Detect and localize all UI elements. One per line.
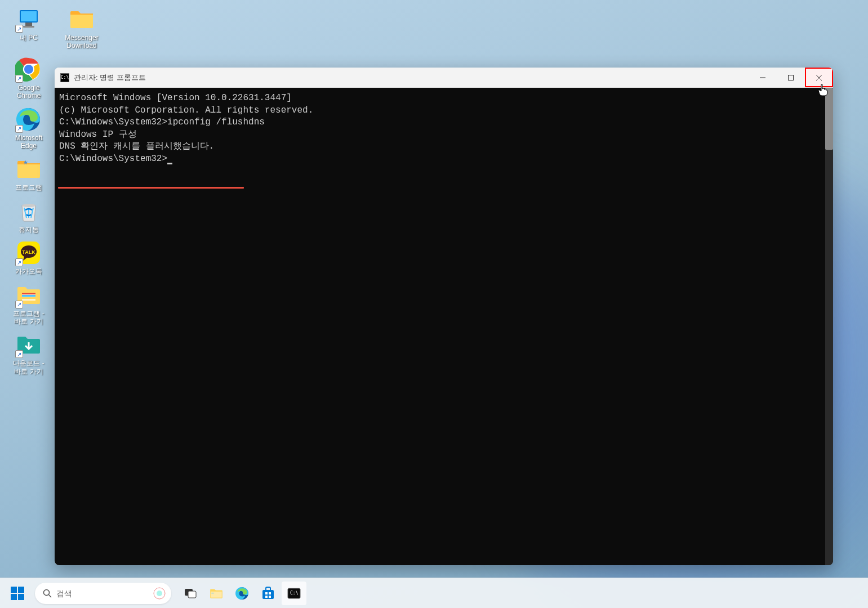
svg-rect-3: [23, 26, 34, 28]
desktop-icon-chrome[interactable]: ↗ Google Chrome: [8, 56, 50, 100]
output-line: Windows IP 구성: [59, 129, 829, 141]
taskbar-edge[interactable]: [230, 582, 255, 605]
chrome-icon: ↗: [15, 56, 42, 83]
search-icon: [43, 589, 52, 598]
svg-point-25: [44, 589, 50, 595]
start-button[interactable]: [5, 582, 30, 605]
this-pc-icon: ↗: [15, 6, 42, 33]
close-icon: [816, 75, 822, 81]
svg-line-26: [49, 594, 52, 597]
icon-label: Google Chrome: [17, 84, 41, 100]
svg-point-6: [24, 65, 33, 74]
svg-point-28: [157, 591, 162, 596]
svg-rect-37: [269, 596, 271, 598]
folder-icon: [68, 6, 95, 33]
recycle-bin-icon: [15, 198, 42, 225]
desktop-icon-recycle-bin[interactable]: 휴지통: [8, 198, 50, 234]
window-titlebar[interactable]: C:\ 관리자: 명령 프롬프트: [55, 68, 833, 88]
scrollbar[interactable]: [825, 88, 833, 565]
svg-rect-34: [265, 592, 268, 594]
desktop-icon-programs-shortcut[interactable]: ↗ 프로그램 - 바로 가기: [8, 281, 50, 326]
maximize-icon: [788, 75, 794, 81]
svg-rect-21: [11, 587, 17, 593]
svg-rect-18: [789, 75, 794, 80]
icon-label: Microsoft Edge: [15, 134, 43, 150]
maximize-button[interactable]: [777, 68, 805, 87]
icon-label: 다운로드 - 바로 가기: [13, 359, 44, 375]
taskbar-file-explorer[interactable]: [204, 582, 229, 605]
desktop-icon-edge[interactable]: ↗ Microsoft Edge: [8, 106, 50, 150]
svg-rect-36: [265, 596, 268, 598]
svg-text:★: ★: [23, 159, 28, 166]
svg-rect-35: [269, 592, 271, 594]
store-icon: [261, 586, 275, 601]
icon-label: 카카오톡: [15, 267, 42, 275]
edge-icon: [235, 586, 250, 601]
search-input[interactable]: [56, 589, 163, 598]
taskbar-cmd[interactable]: C:\: [282, 582, 306, 605]
windows-icon: [10, 586, 25, 601]
svg-rect-31: [211, 592, 213, 593]
icon-label: 프로그램: [15, 184, 42, 191]
search-box[interactable]: [35, 583, 171, 604]
minimize-icon: [760, 75, 765, 81]
desktop-icon-programs[interactable]: ★ 프로그램: [8, 155, 50, 191]
svg-rect-2: [25, 23, 32, 26]
output-line: Microsoft Windows [Version 10.0.22631.34…: [59, 92, 829, 105]
output-line: C:\Windows\System32>ipconfig /flushdns: [59, 117, 829, 129]
icon-label: Messenger Download: [65, 34, 98, 50]
svg-rect-24: [18, 594, 24, 600]
window-title: 관리자: 명령 프롬프트: [74, 73, 146, 83]
svg-rect-23: [11, 594, 17, 600]
output-line: DNS 확인자 캐시를 플러시했습니다.: [59, 141, 829, 153]
desktop-icon-kakaotalk[interactable]: TALK ↗ 카카오톡: [8, 239, 50, 275]
svg-rect-14: [22, 293, 35, 294]
svg-text:C:\: C:\: [290, 591, 299, 596]
prompt-line: C:\Windows\System32>: [59, 153, 829, 166]
desktop-icon-this-pc[interactable]: ↗ 내 PC: [8, 6, 50, 50]
search-highlight-icon: [153, 587, 166, 600]
desktop-icon-downloads-shortcut[interactable]: ↗ 다운로드 - 바로 가기: [8, 331, 50, 375]
svg-rect-30: [188, 591, 196, 598]
svg-rect-33: [262, 590, 274, 599]
icon-label: 휴지통: [19, 226, 39, 234]
folder-shortcut-icon: ↗: [15, 281, 42, 309]
terminal-icon: C:\: [287, 586, 301, 601]
minimize-button[interactable]: [749, 68, 777, 87]
svg-rect-1: [21, 11, 37, 21]
icon-label: 내 PC: [20, 34, 38, 42]
cmd-icon: C:\: [60, 73, 69, 82]
taskbar-microsoft-store[interactable]: [256, 582, 281, 605]
edge-icon: ↗: [15, 106, 42, 133]
kakaotalk-icon: TALK ↗: [15, 239, 42, 266]
svg-rect-22: [18, 587, 24, 593]
svg-rect-15: [22, 295, 35, 297]
icon-label: 프로그램 - 바로 가기: [13, 310, 44, 326]
folder-star-icon: ★: [15, 155, 42, 182]
taskbar-task-view[interactable]: [178, 582, 203, 605]
terminal-output[interactable]: Microsoft Windows [Version 10.0.22631.34…: [55, 88, 833, 565]
annotation-underline: [58, 187, 244, 189]
cursor-icon: [167, 163, 172, 164]
svg-point-9: [22, 204, 35, 207]
taskbar: C:\: [0, 578, 868, 608]
task-view-icon: [184, 587, 197, 600]
output-line: (c) Microsoft Corporation. All rights re…: [59, 105, 829, 117]
file-explorer-icon: [209, 586, 224, 601]
svg-rect-16: [22, 297, 35, 299]
svg-text:TALK: TALK: [22, 249, 35, 255]
hand-cursor-icon: [817, 83, 828, 100]
desktop-icon-messenger-download[interactable]: Messenger Download: [61, 6, 103, 50]
command-prompt-window: C:\ 관리자: 명령 프롬프트 Microsoft Windows [Vers…: [55, 68, 833, 565]
downloads-shortcut-icon: ↗: [15, 331, 42, 358]
